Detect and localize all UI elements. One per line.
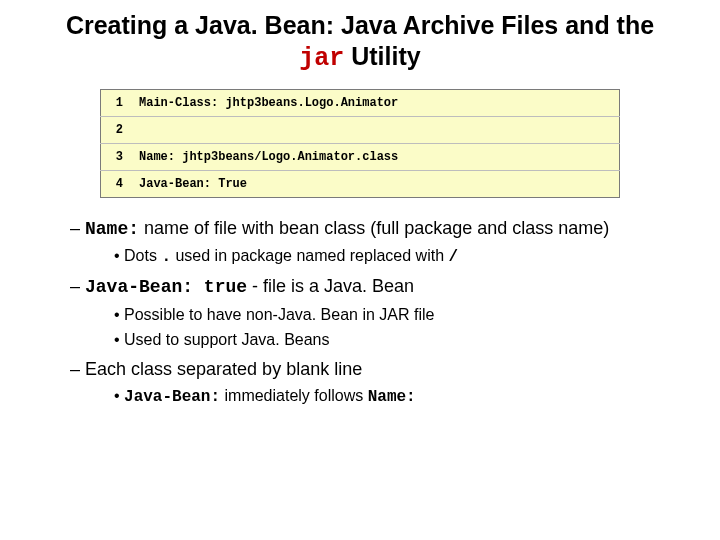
slide-content: Name: name of file with bean class (full…: [40, 216, 680, 409]
inline-code: Java-Bean: true: [85, 277, 247, 297]
sub-bullet-follows: Java-Bean: immediately follows Name:: [114, 385, 680, 409]
inline-code: .: [161, 248, 171, 266]
bullet-javabean: Java-Bean: true - file is a Java. Bean: [70, 274, 680, 299]
sub-bullet-support: Used to support Java. Beans: [114, 329, 680, 351]
sub-bullet-nonjb: Possible to have non-Java. Bean in JAR f…: [114, 304, 680, 326]
line-number: 3: [101, 143, 132, 170]
bullet-text: - file is a Java. Bean: [247, 276, 414, 296]
bullet-text: Possible to have non-Java. Bean in JAR f…: [124, 306, 434, 323]
code-line: [131, 116, 620, 143]
code-row: 2: [101, 116, 620, 143]
bullet-text: Dots: [124, 247, 161, 264]
code-box: 1 Main-Class: jhtp3beans.Logo.Animator 2…: [100, 89, 620, 198]
code-line: Main-Class: jhtp3beans.Logo.Animator: [131, 89, 620, 116]
code-line: Name: jhtp3beans/Logo.Animator.class: [131, 143, 620, 170]
line-number: 4: [101, 170, 132, 197]
title-code: jar: [299, 44, 344, 73]
inline-code: /: [449, 248, 459, 266]
bullet-text: name of file with bean class (full packa…: [139, 218, 609, 238]
bullet-name: Name: name of file with bean class (full…: [70, 216, 680, 241]
inline-code: Name:: [85, 219, 139, 239]
bullet-text: immediately follows: [220, 387, 368, 404]
inline-code: Name:: [368, 388, 416, 406]
line-number: 1: [101, 89, 132, 116]
bullet-blankline: Each class separated by blank line: [70, 357, 680, 381]
inline-code: Java-Bean:: [124, 388, 220, 406]
slide-title: Creating a Java. Bean: Java Archive File…: [40, 10, 680, 75]
title-suffix: Utility: [344, 42, 420, 70]
code-row: 4 Java-Bean: True: [101, 170, 620, 197]
slide: Creating a Java. Bean: Java Archive File…: [0, 0, 720, 431]
bullet-text: Each class separated by blank line: [85, 359, 362, 379]
code-row: 1 Main-Class: jhtp3beans.Logo.Animator: [101, 89, 620, 116]
line-number: 2: [101, 116, 132, 143]
title-prefix: Creating a Java. Bean: Java Archive File…: [66, 11, 654, 39]
bullet-text: Used to support Java. Beans: [124, 331, 329, 348]
code-row: 3 Name: jhtp3beans/Logo.Animator.class: [101, 143, 620, 170]
code-line: Java-Bean: True: [131, 170, 620, 197]
bullet-text: used in package named replaced with: [171, 247, 449, 264]
sub-bullet-dots: Dots . used in package named replaced wi…: [114, 245, 680, 269]
